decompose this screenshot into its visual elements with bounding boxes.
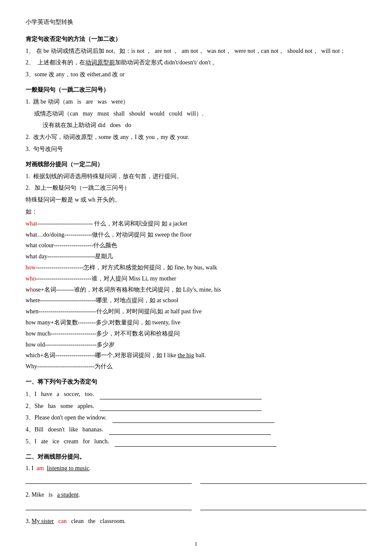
ex2-item1-underline: listening to music	[47, 465, 89, 471]
section1-item1: 1、 在 be 动词或情态动词后加 not。如：is not ， are not…	[26, 46, 366, 56]
ex1-item3: 3、Please don't open the window.	[26, 412, 366, 423]
ex1-item4: 4、Bill doesn't like bananas.	[26, 424, 366, 435]
kw-what: what	[26, 219, 37, 229]
ex2-item1-answer-lines	[26, 477, 366, 484]
keyword-who: who----------------------------谁，对人提问 Mi…	[26, 274, 366, 284]
keywords-list: what ---------------------------- 什么，对名词…	[26, 219, 366, 372]
ex2-item2-line2	[200, 503, 366, 510]
section2-item2: 或情态动词（can may must shall should would co…	[34, 109, 366, 119]
keyword-what: what ---------------------------- 什么，对名词…	[26, 219, 366, 229]
exercise2-heading: 二、对画线部分提问。	[26, 452, 366, 462]
section3-heading: 对画线部分提问（一定二问）	[26, 159, 366, 170]
section2-item4: 2. 改大小写，动词改原型，some 改 any，I 改 you，my 改 yo…	[26, 132, 366, 142]
section2-item5: 3. 句号改问号	[26, 144, 366, 154]
ex2-item3-underline: My sister	[32, 518, 54, 524]
ex1-item2: 2、She has some apples.	[26, 401, 366, 411]
ex2-item1-line1	[26, 477, 192, 484]
keyword-whose: whose+名词---------谁的，对名词所有格和物主代词提问，如 Lily…	[26, 285, 366, 295]
ex2-item3-can: can	[58, 518, 66, 524]
keyword-why: Why-----------------------------为什么	[26, 361, 366, 372]
page-number: 1	[26, 539, 366, 549]
section2-item3: 没有就在加上助动词 did does do	[43, 120, 366, 130]
keyword-what-colour: what colour--------------------什么颜色	[26, 240, 366, 251]
section3: 对画线部分提问（一定二问） 1. 根据划线的词语选用特殊疑问词，放在句首，进行提…	[26, 159, 366, 217]
keyword-how-old: how old--------------------------多少岁	[26, 340, 366, 350]
keyword-where: where----------------------------哪里，对地点提…	[26, 295, 366, 306]
ex2-item1-am: am	[37, 465, 44, 471]
ex2-item1: 1. I am listening to music.	[26, 463, 366, 474]
ex2-item2-line1	[26, 503, 192, 510]
keyword-how-much: how much-----------------------多少，对不可数名词…	[26, 329, 366, 339]
exercise1: 一、将下列句子改为否定句 1、I have a soccer, too. 2、S…	[26, 377, 366, 447]
exercise1-heading: 一、将下列句子改为否定句	[26, 377, 366, 387]
keyword-how: how ------------------------怎样，对方式和感觉如何提…	[26, 263, 366, 273]
ex1-item5: 5、I ate ice cream for lunch.	[26, 436, 366, 447]
ex2-item3: 3. My sister can clean the classroom.	[26, 516, 366, 526]
ex2-item2: 2. Mike is a student.	[26, 490, 366, 500]
page-title: 小学英语句型转换	[26, 17, 366, 27]
section3-item1: 1. 根据划线的词语选用特殊疑问词，放在句首，进行提问。	[26, 171, 366, 182]
keyword-which: which+名词--------------------哪一个,对形容词提问，如…	[26, 350, 366, 361]
keyword-what-do: what…do/doing--------------做什么，对动词提问 如 s…	[26, 230, 366, 240]
exercise2: 二、对画线部分提问。 1. I am listening to music. 2…	[26, 452, 366, 526]
section1-item2: 2、 上述都没有的，在动词原型前加助动词否定形式 didn't/doesn't/…	[26, 58, 366, 68]
ex2-item2-underline: a student	[57, 491, 78, 498]
ex2-item2-answer-lines	[26, 503, 366, 510]
section3-item2: 2. 加上一般疑问句（一跳二改三问号）	[26, 183, 366, 193]
keyword-how-many: how many+名词复数---------多少,对数量提问，如 twenty,…	[26, 318, 366, 328]
keyword-what-day: what day------------------------星期几	[26, 251, 366, 262]
section3-item3: 特殊疑问词一般是 w 或 wh 开头的。	[26, 195, 366, 205]
section3-item4: 如：	[26, 207, 366, 217]
section2-item1: 1. 跳 be 动词（am is are was were）	[26, 97, 366, 107]
ex1-item1: 1、I have a soccer, too.	[26, 389, 366, 399]
section1-item3: 3、some 改 any，too 改 either,and 改 or	[26, 69, 366, 80]
section1-heading: 肯定句改否定句的方法（一加二改）	[26, 34, 366, 44]
section2-heading: 一般疑问句（一跳二改三问号）	[26, 85, 366, 95]
section1: 肯定句改否定句的方法（一加二改） 1、 在 be 动词或情态动词后加 not。如…	[26, 34, 366, 80]
ex2-item1-line2	[200, 477, 366, 484]
section2: 一般疑问句（一跳二改三问号） 1. 跳 be 动词（am is are was …	[26, 85, 366, 154]
keyword-when: when-----------------------------什么时间，对时…	[26, 306, 366, 317]
